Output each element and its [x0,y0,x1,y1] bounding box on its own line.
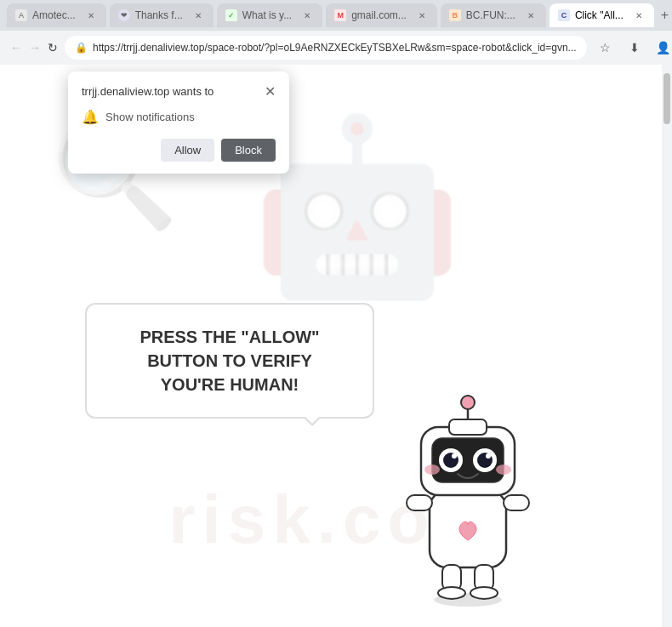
bubble-text: PRESS THE "ALLOW" BUTTON TO VERIFY YOU'R… [114,325,345,396]
robot-illustration [383,389,553,610]
svg-rect-2 [407,495,432,510]
reload-button[interactable]: ↻ [48,36,58,60]
robot-svg [383,389,553,610]
block-button[interactable]: Block [221,139,276,162]
address-actions: ☆ ⬇ 👤 ⋮ [594,36,672,60]
scrollbar-thumb[interactable] [663,73,670,124]
notification-popup: trrjj.denaliview.top wants to ✕ 🔔 Show n… [68,71,289,174]
svg-point-7 [470,587,498,599]
tab-close-amotec[interactable]: ✕ [84,9,98,22]
svg-point-18 [496,465,511,475]
tab-favicon-thanks: ❤ [118,9,130,21]
lock-icon: 🔒 [75,42,88,54]
tab-bc[interactable]: B BC.FUN:... ✕ [441,3,546,27]
page-content: 🔍 🤖 risk.com trrjj.denaliview.top wants … [0,65,672,627]
back-button[interactable]: ← [10,36,22,60]
tab-gmail[interactable]: M gmail.com... ✕ [326,3,437,27]
browser-window: A Amotec... ✕ ❤ Thanks f... ✕ ✓ What is … [0,0,672,627]
address-input[interactable]: 🔒 https://trrjj.denaliview.top/space-rob… [65,36,587,60]
address-text: https://trrjj.denaliview.top/space-robot… [93,42,577,54]
popup-actions: Allow Block [82,139,276,162]
tab-favicon-amotec: A [15,9,27,21]
popup-header: trrjj.denaliview.top wants to ✕ [82,85,276,99]
tab-close-thanks[interactable]: ✕ [191,9,205,22]
speech-bubble: PRESS THE "ALLOW" BUTTON TO VERIFY YOU'R… [85,303,374,419]
svg-rect-21 [449,419,487,435]
tab-label-click: Click "All... [575,9,624,21]
tab-label-gmail: gmail.com... [351,9,407,21]
popup-content: 🔔 Show notifications [82,109,276,125]
tab-thanks[interactable]: ❤ Thanks f... ✕ [110,3,214,27]
svg-point-15 [452,453,457,459]
tab-close-click[interactable]: ✕ [632,9,646,22]
popup-close-button[interactable]: ✕ [265,85,276,99]
tab-close-bc[interactable]: ✕ [524,9,538,22]
popup-title: trrjj.denaliview.top wants to [82,85,214,98]
new-tab-button[interactable]: + [661,3,669,27]
svg-point-16 [486,453,491,459]
tab-what[interactable]: ✓ What is y... ✕ [217,3,322,27]
title-bar: A Amotec... ✕ ❤ Thanks f... ✕ ✓ What is … [0,0,672,31]
tab-click[interactable]: C Click "All... ✕ [550,3,654,27]
tab-favicon-bc: B [449,9,461,21]
tab-favicon-gmail: M [334,9,346,21]
forward-button[interactable]: → [29,36,41,60]
tab-label-what: What is y... [242,9,292,21]
tab-label-bc: BC.FUN:... [466,9,515,21]
scrollbar[interactable] [662,65,672,627]
tab-label-thanks: Thanks f... [135,9,183,21]
bookmark-icon[interactable]: ☆ [594,36,618,60]
bell-icon: 🔔 [82,109,99,125]
tab-favicon-click: C [558,9,570,21]
tab-close-gmail[interactable]: ✕ [415,9,429,22]
address-bar: ← → ↻ 🔒 https://trrjj.denaliview.top/spa… [0,31,672,65]
download-icon[interactable]: ⬇ [623,36,646,60]
tab-label-amotec: Amotec... [32,9,76,21]
popup-message: Show notifications [105,111,195,123]
allow-button[interactable]: Allow [161,139,214,162]
svg-point-20 [461,396,475,409]
tab-amotec[interactable]: A Amotec... ✕ [7,3,106,27]
tab-close-what[interactable]: ✕ [300,9,314,22]
svg-point-17 [424,465,440,475]
profile-icon[interactable]: 👤 [652,36,672,60]
svg-point-6 [438,587,465,599]
svg-rect-3 [504,495,529,510]
tab-favicon-what: ✓ [225,9,237,21]
